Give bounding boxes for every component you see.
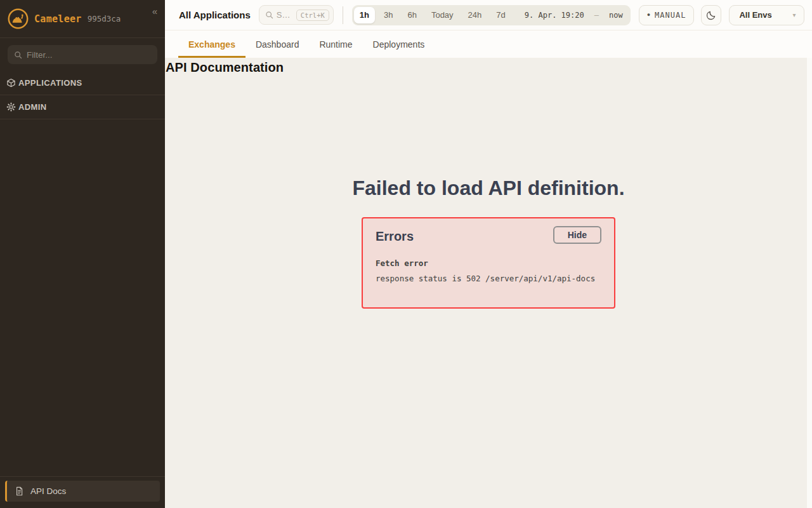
errors-panel: Errors Hide Fetch error response status … (362, 217, 615, 309)
search-shortcut-badge: Ctrl+K (296, 10, 329, 21)
refresh-mode-label: MANUAL (655, 11, 686, 20)
time-range-24h[interactable]: 24h (462, 7, 488, 23)
sidebar-section-applications[interactable]: APPLICATIONS (0, 71, 165, 95)
scope-label: All Applications (179, 10, 251, 20)
hide-errors-button[interactable]: Hide (553, 226, 601, 244)
time-range-7d[interactable]: 7d (490, 7, 511, 23)
swagger-ui-section: Failed to load API definition. Errors Hi… (165, 177, 812, 309)
refresh-mode-button[interactable]: ● MANUAL (639, 5, 695, 25)
tab-exchanges[interactable]: Exchanges (178, 30, 246, 58)
sidebar-spacer (0, 119, 165, 476)
error-message: response status is 502 /server/api/v1/ap… (376, 274, 601, 283)
time-range-today[interactable]: Today (426, 7, 459, 23)
environment-select[interactable]: All Envs ▾ (729, 5, 804, 25)
sidebar-item-api-docs[interactable]: API Docs (5, 481, 160, 502)
content-area: API Documentation Failed to load API def… (165, 58, 812, 508)
sidebar-section-label: ADMIN (18, 102, 47, 112)
sidebar: Cameleer 995d3ca « APPLICATIONS ADMIN (0, 0, 165, 508)
time-range-6h[interactable]: 6h (402, 7, 422, 23)
sidebar-filter (8, 45, 157, 64)
chevron-down-icon: ▾ (792, 11, 796, 18)
search-icon (265, 11, 273, 19)
errors-panel-header: Errors Hide (376, 226, 601, 244)
time-separator: — (594, 11, 599, 20)
tab-bar: Exchanges Dashboard Runtime Deployments (165, 30, 812, 58)
moon-icon (706, 10, 717, 20)
api-load-failure-message: Failed to load API definition. (165, 177, 812, 200)
brand-name: Cameleer (34, 13, 82, 25)
scrollbar-track[interactable] (807, 58, 812, 508)
gear-icon (6, 102, 16, 112)
sidebar-collapse-button[interactable]: « (150, 4, 160, 18)
header-divider (343, 6, 343, 24)
time-range-3h[interactable]: 3h (378, 7, 398, 23)
time-to-value[interactable]: now (609, 11, 623, 20)
dark-mode-toggle-button[interactable] (701, 5, 721, 25)
search-input[interactable] (277, 10, 293, 20)
global-search[interactable]: Ctrl+K (259, 5, 334, 25)
sidebar-brand: Cameleer 995d3ca (0, 0, 165, 38)
brand-version-hash: 995d3ca (88, 14, 121, 23)
tab-deployments[interactable]: Deployments (363, 30, 435, 58)
time-range-1h[interactable]: 1h (354, 7, 375, 23)
error-name: Fetch error (376, 258, 601, 268)
time-from-value[interactable]: 9. Apr. 19:20 (525, 11, 584, 20)
tab-runtime[interactable]: Runtime (309, 30, 362, 58)
filter-input[interactable] (27, 50, 151, 60)
main-column: All Applications Ctrl+K 1h 3h 6h Today 2… (165, 0, 812, 508)
time-range-group: 1h 3h 6h Today 24h 7d 9. Apr. 19:20 — no… (352, 5, 631, 25)
search-icon (14, 51, 22, 59)
document-icon (15, 486, 24, 496)
errors-panel-title: Errors (376, 226, 414, 244)
sidebar-item-label: API Docs (30, 486, 66, 496)
environment-select-value: All Envs (739, 10, 771, 20)
tab-dashboard[interactable]: Dashboard (246, 30, 310, 58)
sidebar-section-admin[interactable]: ADMIN (0, 95, 165, 119)
sidebar-section-label: APPLICATIONS (18, 78, 82, 88)
cube-icon (6, 78, 16, 88)
page-title: API Documentation (166, 60, 812, 75)
status-dot-icon: ● (647, 12, 650, 18)
camel-logo-icon (8, 8, 29, 29)
sidebar-bottom: API Docs (0, 476, 165, 508)
top-bar: All Applications Ctrl+K 1h 3h 6h Today 2… (165, 0, 812, 30)
